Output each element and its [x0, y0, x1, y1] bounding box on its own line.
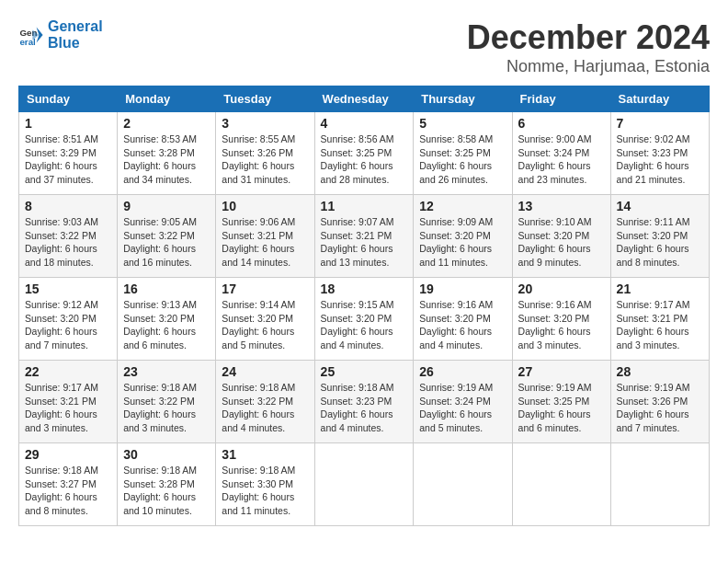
day-number: 16	[123, 282, 210, 296]
day-info: Sunrise: 9:18 AM Sunset: 3:28 PM Dayligh…	[123, 464, 210, 518]
day-info: Sunrise: 9:13 AM Sunset: 3:20 PM Dayligh…	[123, 298, 210, 352]
calendar-header: SundayMondayTuesdayWednesdayThursdayFrid…	[19, 86, 710, 112]
header-day-thursday: Thursday	[414, 86, 512, 112]
header-day-sunday: Sunday	[19, 86, 118, 112]
day-number: 2	[123, 116, 210, 131]
day-info: Sunrise: 9:05 AM Sunset: 3:22 PM Dayligh…	[123, 215, 210, 270]
calendar-cell: 30Sunrise: 9:18 AM Sunset: 3:28 PM Dayli…	[118, 443, 216, 526]
day-info: Sunrise: 8:58 AM Sunset: 3:25 PM Dayligh…	[419, 132, 506, 187]
day-info: Sunrise: 9:12 AM Sunset: 3:20 PM Dayligh…	[25, 298, 111, 352]
day-number: 24	[222, 364, 308, 379]
calendar-cell: 22Sunrise: 9:17 AM Sunset: 3:21 PM Dayli…	[19, 361, 118, 443]
day-info: Sunrise: 9:16 AM Sunset: 3:20 PM Dayligh…	[419, 298, 506, 352]
day-info: Sunrise: 9:06 AM Sunset: 3:21 PM Dayligh…	[222, 215, 308, 270]
calendar-cell: 19Sunrise: 9:16 AM Sunset: 3:20 PM Dayli…	[414, 278, 512, 361]
day-number: 19	[419, 282, 506, 296]
day-number: 4	[321, 116, 408, 131]
day-info: Sunrise: 9:18 AM Sunset: 3:22 PM Dayligh…	[222, 381, 308, 435]
logo-line2: Blue	[48, 35, 103, 52]
day-info: Sunrise: 8:56 AM Sunset: 3:25 PM Dayligh…	[321, 132, 408, 187]
day-number: 31	[222, 447, 308, 462]
day-number: 26	[419, 364, 506, 379]
day-number: 17	[222, 282, 308, 296]
day-info: Sunrise: 9:19 AM Sunset: 3:25 PM Dayligh…	[518, 381, 605, 435]
calendar-cell: 3Sunrise: 8:55 AM Sunset: 3:26 PM Daylig…	[216, 112, 314, 195]
calendar-cell: 7Sunrise: 9:02 AM Sunset: 3:23 PM Daylig…	[610, 112, 709, 195]
day-info: Sunrise: 9:18 AM Sunset: 3:23 PM Dayligh…	[321, 381, 408, 435]
day-number: 28	[617, 364, 703, 379]
calendar-week-2: 15Sunrise: 9:12 AM Sunset: 3:20 PM Dayli…	[19, 278, 710, 361]
calendar-cell: 2Sunrise: 8:53 AM Sunset: 3:28 PM Daylig…	[118, 112, 216, 195]
day-number: 12	[419, 199, 506, 213]
day-info: Sunrise: 8:53 AM Sunset: 3:28 PM Dayligh…	[123, 132, 210, 187]
day-number: 6	[518, 116, 605, 131]
calendar-week-3: 22Sunrise: 9:17 AM Sunset: 3:21 PM Dayli…	[19, 361, 710, 443]
day-number: 3	[222, 116, 308, 131]
calendar-cell: 20Sunrise: 9:16 AM Sunset: 3:20 PM Dayli…	[512, 278, 610, 361]
day-number: 7	[617, 116, 703, 131]
calendar-cell: 1Sunrise: 8:51 AM Sunset: 3:29 PM Daylig…	[19, 112, 118, 195]
day-number: 14	[617, 199, 703, 213]
day-info: Sunrise: 9:07 AM Sunset: 3:21 PM Dayligh…	[321, 215, 408, 270]
day-info: Sunrise: 9:18 AM Sunset: 3:27 PM Dayligh…	[25, 464, 111, 518]
calendar-cell: 4Sunrise: 8:56 AM Sunset: 3:25 PM Daylig…	[314, 112, 414, 195]
calendar-cell: 23Sunrise: 9:18 AM Sunset: 3:22 PM Dayli…	[118, 361, 216, 443]
day-number: 18	[321, 282, 408, 296]
calendar-cell: 13Sunrise: 9:10 AM Sunset: 3:20 PM Dayli…	[512, 195, 610, 278]
day-info: Sunrise: 9:16 AM Sunset: 3:20 PM Dayligh…	[518, 298, 605, 352]
logo: Gen eral General Blue	[18, 18, 103, 52]
day-number: 8	[25, 199, 111, 213]
day-info: Sunrise: 9:02 AM Sunset: 3:23 PM Dayligh…	[617, 132, 703, 187]
header-day-tuesday: Tuesday	[216, 86, 314, 112]
header-day-wednesday: Wednesday	[314, 86, 414, 112]
calendar-cell	[512, 443, 610, 526]
page-header: Gen eral General Blue December 2024 Nomm…	[18, 18, 710, 76]
day-info: Sunrise: 9:18 AM Sunset: 3:30 PM Dayligh…	[222, 464, 308, 518]
day-number: 23	[123, 364, 210, 379]
day-number: 21	[617, 282, 703, 296]
day-number: 5	[419, 116, 506, 131]
logo-line1: General	[48, 18, 103, 35]
calendar-body: 1Sunrise: 8:51 AM Sunset: 3:29 PM Daylig…	[19, 112, 710, 526]
calendar-cell: 21Sunrise: 9:17 AM Sunset: 3:21 PM Dayli…	[610, 278, 709, 361]
calendar-cell	[610, 443, 709, 526]
day-number: 15	[25, 282, 111, 296]
title-area: December 2024 Nomme, Harjumaa, Estonia	[467, 18, 710, 76]
calendar-week-4: 29Sunrise: 9:18 AM Sunset: 3:27 PM Dayli…	[19, 443, 710, 526]
calendar-week-1: 8Sunrise: 9:03 AM Sunset: 3:22 PM Daylig…	[19, 195, 710, 278]
day-number: 22	[25, 364, 111, 379]
day-number: 10	[222, 199, 308, 213]
day-number: 11	[321, 199, 408, 213]
calendar-cell: 9Sunrise: 9:05 AM Sunset: 3:22 PM Daylig…	[118, 195, 216, 278]
logo-text: General Blue	[48, 18, 103, 52]
calendar-cell: 28Sunrise: 9:19 AM Sunset: 3:26 PM Dayli…	[610, 361, 709, 443]
calendar-cell: 27Sunrise: 9:19 AM Sunset: 3:25 PM Dayli…	[512, 361, 610, 443]
day-number: 27	[518, 364, 605, 379]
calendar-cell: 15Sunrise: 9:12 AM Sunset: 3:20 PM Dayli…	[19, 278, 118, 361]
day-info: Sunrise: 9:17 AM Sunset: 3:21 PM Dayligh…	[25, 381, 111, 435]
calendar-cell: 14Sunrise: 9:11 AM Sunset: 3:20 PM Dayli…	[610, 195, 709, 278]
calendar-cell: 24Sunrise: 9:18 AM Sunset: 3:22 PM Dayli…	[216, 361, 314, 443]
calendar-cell: 8Sunrise: 9:03 AM Sunset: 3:22 PM Daylig…	[19, 195, 118, 278]
day-info: Sunrise: 9:19 AM Sunset: 3:26 PM Dayligh…	[617, 381, 703, 435]
day-info: Sunrise: 9:00 AM Sunset: 3:24 PM Dayligh…	[518, 132, 605, 187]
calendar-cell: 17Sunrise: 9:14 AM Sunset: 3:20 PM Dayli…	[216, 278, 314, 361]
day-info: Sunrise: 9:17 AM Sunset: 3:21 PM Dayligh…	[617, 298, 703, 352]
calendar-cell: 6Sunrise: 9:00 AM Sunset: 3:24 PM Daylig…	[512, 112, 610, 195]
header-row: SundayMondayTuesdayWednesdayThursdayFrid…	[19, 86, 710, 112]
calendar-cell: 26Sunrise: 9:19 AM Sunset: 3:24 PM Dayli…	[414, 361, 512, 443]
calendar: SundayMondayTuesdayWednesdayThursdayFrid…	[18, 86, 710, 526]
day-number: 25	[321, 364, 408, 379]
header-day-monday: Monday	[118, 86, 216, 112]
day-number: 20	[518, 282, 605, 296]
day-info: Sunrise: 8:51 AM Sunset: 3:29 PM Dayligh…	[25, 132, 111, 187]
calendar-cell	[314, 443, 414, 526]
day-number: 13	[518, 199, 605, 213]
day-info: Sunrise: 9:14 AM Sunset: 3:20 PM Dayligh…	[222, 298, 308, 352]
calendar-cell: 31Sunrise: 9:18 AM Sunset: 3:30 PM Dayli…	[216, 443, 314, 526]
day-number: 1	[25, 116, 111, 131]
calendar-cell: 5Sunrise: 8:58 AM Sunset: 3:25 PM Daylig…	[414, 112, 512, 195]
day-info: Sunrise: 9:19 AM Sunset: 3:24 PM Dayligh…	[419, 381, 506, 435]
day-info: Sunrise: 8:55 AM Sunset: 3:26 PM Dayligh…	[222, 132, 308, 187]
calendar-cell: 12Sunrise: 9:09 AM Sunset: 3:20 PM Dayli…	[414, 195, 512, 278]
